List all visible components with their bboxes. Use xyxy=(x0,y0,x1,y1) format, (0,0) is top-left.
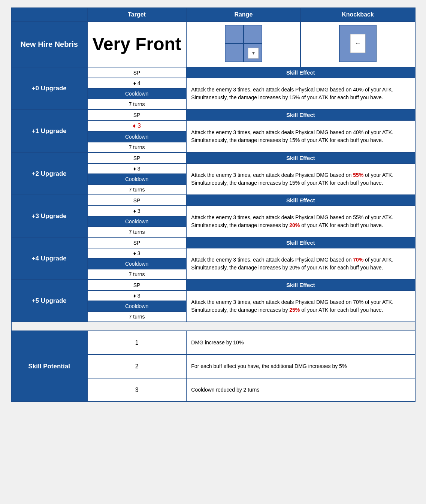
effect-desc-0: Attack the enemy 3 times, each attack de… xyxy=(186,78,415,109)
skill-potential-row-1: Skill Potential 1 DMG increase by 10% xyxy=(11,331,415,354)
svg-text:←: ← xyxy=(354,39,361,47)
knockback-icon: ← xyxy=(339,25,377,64)
svg-text:▾: ▾ xyxy=(252,50,254,56)
header-row: Target Range Knockback xyxy=(11,8,415,21)
sp-label-1: SP xyxy=(87,109,186,120)
skill-effect-3: Skill Effect xyxy=(186,195,415,206)
upgrade-2-label: +2 Upgrade xyxy=(11,153,87,195)
highlight-pct-2: 55% xyxy=(353,172,363,178)
diamond-3: ♦ 3 xyxy=(133,208,141,214)
sp-number-3: 3 xyxy=(87,378,186,402)
upgrade-1-label: +1 Upgrade xyxy=(11,109,87,153)
upgrade-3-label: +3 Upgrade xyxy=(11,195,87,237)
diamond-5: ♦ 3 xyxy=(133,293,141,299)
cooldown-label-3: Cooldown xyxy=(87,216,186,227)
upgrade-4-sp-header: +4 Upgrade SP Skill Effect xyxy=(11,237,415,248)
main-table: Target Range Knockback New Hire Nebris V… xyxy=(11,7,416,402)
sp-label-4: SP xyxy=(87,237,186,248)
gap-spacer xyxy=(11,322,415,331)
sp-value-0: ♦ 4 xyxy=(87,78,186,88)
skill-effect-1: Skill Effect xyxy=(186,109,415,120)
turns-value-2: 7 turns xyxy=(87,184,186,195)
sp-label-3: SP xyxy=(87,195,186,206)
diamond-4: ♦ 3 xyxy=(133,250,141,256)
sp-number-2: 2 xyxy=(87,354,186,378)
upgrade-2-sp-header: +2 Upgrade SP Skill Effect xyxy=(11,153,415,163)
range-icon-cell: ▾ xyxy=(186,21,300,67)
turns-value-1: 7 turns xyxy=(87,142,186,153)
sp-label-5: SP xyxy=(87,280,186,290)
header-col1 xyxy=(11,8,87,21)
diamond-0: ♦ 4 xyxy=(133,80,141,86)
skill-effect-4: Skill Effect xyxy=(186,237,415,248)
knockback-icon-cell: ← xyxy=(300,21,415,67)
upgrade-3-sp-header: +3 Upgrade SP Skill Effect xyxy=(11,195,415,206)
upgrade-4-label: +4 Upgrade xyxy=(11,237,87,280)
highlight-pct2-3: 20% xyxy=(289,222,300,228)
skill-effect-0: Skill Effect xyxy=(186,67,415,78)
hero-name: New Hire Nebris xyxy=(11,21,87,67)
sp-desc-2: For each buff effect you have, the addit… xyxy=(186,354,415,378)
sp-value-5: ♦ 3 xyxy=(87,290,186,301)
skill-effect-5: Skill Effect xyxy=(186,280,415,290)
sp-value-1: ♦ 3 xyxy=(87,120,186,132)
very-front-text: Very Front xyxy=(92,34,181,54)
upgrade-5-sp-header: +5 Upgrade SP Skill Effect xyxy=(11,280,415,290)
sp-desc-1: DMG increase by 10% xyxy=(186,331,415,354)
sp-number-1: 1 xyxy=(87,331,186,354)
sp-value-4: ♦ 3 xyxy=(87,248,186,259)
target-cell: Very Front xyxy=(87,21,186,67)
skill-effect-2: Skill Effect xyxy=(186,153,415,163)
cooldown-label-5: Cooldown xyxy=(87,301,186,311)
sp-label-2: SP xyxy=(87,153,186,163)
cooldown-label-1: Cooldown xyxy=(87,132,186,142)
hero-row: New Hire Nebris Very Front ▾ xyxy=(11,21,415,67)
skill-potential-label: Skill Potential xyxy=(11,331,87,402)
upgrade-5-label: +5 Upgrade xyxy=(11,280,87,322)
highlight-pct2-5: 25% xyxy=(289,307,300,313)
cooldown-label-2: Cooldown xyxy=(87,174,186,184)
diamond-red-1: ♦ 3 xyxy=(133,123,141,129)
diamond-2: ♦ 3 xyxy=(133,166,141,172)
effect-desc-2: Attack the enemy 3 times, each attack de… xyxy=(186,163,415,195)
sp-label-0: SP xyxy=(87,67,186,78)
cooldown-label-4: Cooldown xyxy=(87,259,186,269)
header-range: Range xyxy=(186,8,300,21)
upgrade-0-label: +0 Upgrade xyxy=(11,67,87,109)
header-knockback: Knockback xyxy=(300,8,415,21)
gap-row xyxy=(11,322,415,331)
upgrade-1-sp-header: +1 Upgrade SP Skill Effect xyxy=(11,109,415,120)
highlight-pct-4: 70% xyxy=(353,257,363,263)
effect-desc-4: Attack the enemy 3 times, each attack de… xyxy=(186,248,415,280)
turns-value-4: 7 turns xyxy=(87,269,186,280)
effect-desc-1: Attack the enemy 3 times, each attack de… xyxy=(186,120,415,153)
upgrade-0-sp-header: +0 Upgrade SP Skill Effect xyxy=(11,67,415,78)
sp-desc-3: Cooldown reduced by 2 turns xyxy=(186,378,415,402)
cooldown-label-0: Cooldown xyxy=(87,88,186,99)
effect-desc-5: Attack the enemy 3 times, each attack de… xyxy=(186,290,415,322)
sp-value-3: ♦ 3 xyxy=(87,206,186,216)
range-icon: ▾ xyxy=(225,25,262,62)
turns-value-3: 7 turns xyxy=(87,227,186,237)
turns-value-5: 7 turns xyxy=(87,311,186,322)
sp-value-2: ♦ 3 xyxy=(87,163,186,174)
turns-value-0: 7 turns xyxy=(87,99,186,109)
effect-desc-3: Attack the enemy 3 times, each attack de… xyxy=(186,206,415,237)
header-target: Target xyxy=(87,8,186,21)
